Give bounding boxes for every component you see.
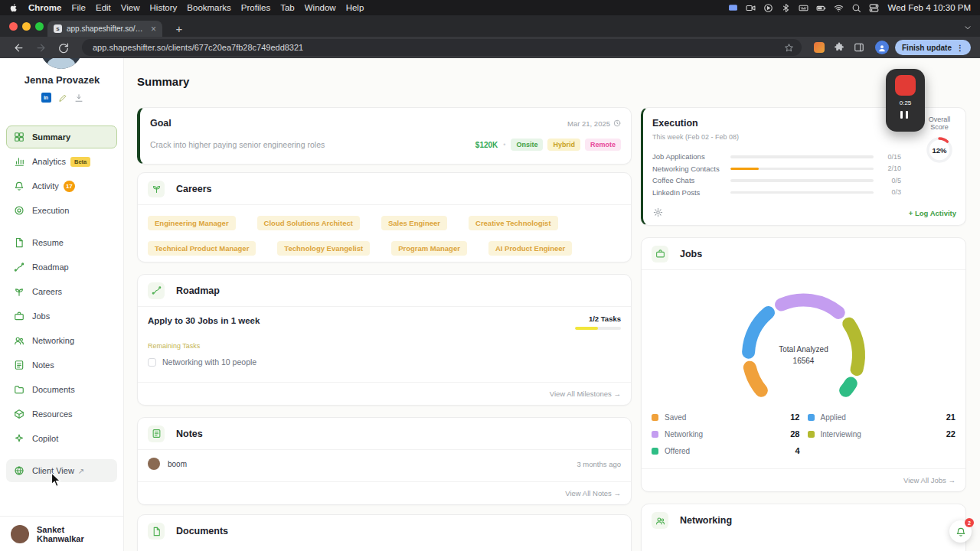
sidebar-item-label: Analytics bbox=[32, 157, 66, 166]
separator-dot: • bbox=[503, 141, 505, 148]
window-minimize-button[interactable] bbox=[22, 22, 31, 31]
execution-metric-coffee-chats: Coffee Chats0/5 bbox=[652, 174, 901, 187]
stop-recording-button[interactable] bbox=[895, 75, 916, 96]
view-all-notes-link[interactable]: View All Notes → bbox=[565, 489, 621, 497]
sidebar-item-label: Jobs bbox=[32, 311, 50, 321]
sidebar-item-copilot[interactable]: Copilot bbox=[6, 427, 117, 450]
browser-tab-strip: s app.shapeshifter.so/clients/6 × + bbox=[0, 15, 980, 37]
tab-close-icon[interactable]: × bbox=[151, 24, 156, 34]
reload-icon[interactable] bbox=[57, 42, 69, 54]
keyboard-icon[interactable] bbox=[799, 3, 808, 13]
execution-metrics: Job Applications0/15Networking Contacts2… bbox=[652, 151, 901, 198]
goal-tags: OnsiteHybridRemote bbox=[511, 139, 621, 151]
new-tab-button[interactable]: + bbox=[170, 21, 188, 37]
sidebar-item-careers[interactable]: Careers bbox=[6, 280, 117, 303]
forward-icon[interactable] bbox=[35, 42, 47, 54]
window-close-button[interactable] bbox=[9, 22, 18, 31]
metric-progress-bar bbox=[730, 155, 874, 158]
user-profile-row[interactable]: Sanket Khanwalkar bbox=[0, 516, 123, 551]
browser-profile-avatar[interactable] bbox=[875, 41, 889, 54]
play-icon[interactable] bbox=[763, 3, 773, 13]
tab-search-chevron-icon[interactable] bbox=[963, 23, 972, 32]
sidebar-item-networking[interactable]: Networking bbox=[6, 329, 117, 352]
battery-icon[interactable] bbox=[816, 3, 826, 13]
briefcase-icon bbox=[652, 246, 668, 262]
sidebar-item-notes[interactable]: Notes bbox=[6, 354, 117, 377]
roadmap-title: Roadmap bbox=[176, 285, 220, 296]
sidebar-item-summary[interactable]: Summary bbox=[6, 126, 117, 148]
screen-record-icon[interactable] bbox=[746, 3, 756, 13]
task-checkbox[interactable] bbox=[148, 358, 156, 367]
bell-icon bbox=[14, 181, 24, 191]
menubar-item-profiles[interactable]: Profiles bbox=[241, 3, 270, 12]
sidebar-item-documents[interactable]: Documents bbox=[6, 378, 117, 401]
macos-menubar: ChromeFileEditViewHistoryBookmarksProfil… bbox=[0, 0, 980, 15]
external-link-icon: ↗ bbox=[78, 467, 84, 475]
people-icon bbox=[652, 512, 668, 529]
metric-count: 0/15 bbox=[880, 153, 901, 161]
view-all-milestones-link[interactable]: View All Milestones → bbox=[550, 390, 621, 398]
screen-recorder-widget: 0:25 bbox=[886, 69, 925, 132]
networking-card: Networking bbox=[641, 504, 966, 551]
side-panel-icon[interactable] bbox=[854, 42, 864, 53]
menubar-item-history[interactable]: History bbox=[150, 3, 178, 12]
gear-icon[interactable] bbox=[653, 207, 663, 217]
sidebar-item-execution[interactable]: Execution bbox=[6, 199, 117, 222]
extension-colored-icon[interactable] bbox=[814, 42, 825, 53]
user-avatar bbox=[11, 525, 29, 543]
legend-swatch bbox=[652, 448, 658, 455]
notifications-fab[interactable]: 2 bbox=[949, 520, 972, 543]
sidebar-item-resume[interactable]: Resume bbox=[6, 231, 117, 254]
back-icon[interactable] bbox=[13, 42, 24, 54]
jobs-legend: Saved12Applied21Networking28Interviewing… bbox=[652, 412, 956, 455]
menubar-item-window[interactable]: Window bbox=[305, 3, 336, 12]
spotlight-icon[interactable] bbox=[851, 3, 861, 13]
screen-share-icon[interactable] bbox=[728, 3, 738, 13]
control-center-icon[interactable] bbox=[869, 3, 879, 13]
metric-label: Job Applications bbox=[652, 152, 724, 161]
bookmark-star-icon[interactable] bbox=[784, 43, 794, 53]
browser-tab[interactable]: s app.shapeshifter.so/clients/6 × bbox=[47, 21, 162, 37]
plant-icon bbox=[14, 286, 24, 297]
apple-icon[interactable] bbox=[9, 3, 18, 13]
wifi-icon[interactable] bbox=[834, 3, 844, 13]
edit-pencil-icon[interactable] bbox=[58, 93, 67, 103]
pause-recording-button[interactable] bbox=[900, 111, 908, 119]
menubar-item-tab[interactable]: Tab bbox=[280, 3, 295, 12]
sidebar-item-resources[interactable]: Resources bbox=[6, 403, 117, 425]
linkedin-icon[interactable]: in bbox=[41, 93, 51, 103]
sidebar-item-roadmap[interactable]: Roadmap bbox=[6, 256, 117, 279]
career-tag-technical-product-manager: Technical Product Manager bbox=[148, 241, 256, 256]
legend-item-interviewing: Interviewing bbox=[808, 430, 923, 439]
sidebar-item-label: Documents bbox=[32, 385, 75, 394]
briefcase-icon bbox=[14, 311, 24, 321]
download-icon[interactable] bbox=[74, 93, 83, 103]
window-zoom-button[interactable] bbox=[35, 22, 44, 31]
address-bar[interactable]: app.shapeshifter.so/clients/677c20ea7fb2… bbox=[82, 39, 802, 56]
mouse-cursor bbox=[51, 472, 62, 487]
view-all-jobs-link[interactable]: View All Jobs → bbox=[903, 476, 956, 484]
sidebar-item-jobs[interactable]: Jobs bbox=[6, 305, 117, 328]
menubar-item-edit[interactable]: Edit bbox=[96, 3, 111, 12]
bluetooth-icon[interactable] bbox=[781, 3, 791, 13]
menubar-clock[interactable]: Wed Feb 4 10:30 PM bbox=[888, 3, 971, 12]
menubar-item-bookmarks[interactable]: Bookmarks bbox=[187, 3, 231, 12]
browser-menu-icon[interactable]: ⋮ bbox=[956, 44, 964, 52]
sidebar-item-analytics[interactable]: AnalyticsBeta bbox=[6, 150, 117, 173]
menubar-item-file[interactable]: File bbox=[71, 3, 86, 12]
note-entry[interactable]: boom 3 months ago bbox=[148, 458, 621, 470]
log-activity-button[interactable]: + Log Activity bbox=[909, 209, 956, 217]
remaining-tasks-label: Remaining Tasks bbox=[148, 342, 200, 350]
metric-progress-bar bbox=[730, 191, 874, 194]
finish-update-button[interactable]: Finish update ⋮ bbox=[895, 40, 971, 55]
menubar-item-view[interactable]: View bbox=[121, 3, 140, 12]
goal-tag-hybrid: Hybrid bbox=[547, 139, 580, 151]
menubar-app-name[interactable]: Chrome bbox=[28, 3, 61, 12]
execution-metric-networking-contacts: Networking Contacts2/10 bbox=[652, 163, 901, 175]
sidebar-item-activity[interactable]: Activity17 bbox=[6, 174, 117, 197]
grid-icon bbox=[14, 132, 24, 142]
career-tag-engineering-manager: Engineering Manager bbox=[148, 216, 236, 230]
tasks-progress-bar bbox=[575, 327, 621, 330]
extensions-puzzle-icon[interactable] bbox=[834, 42, 844, 53]
menubar-item-help[interactable]: Help bbox=[346, 3, 364, 12]
